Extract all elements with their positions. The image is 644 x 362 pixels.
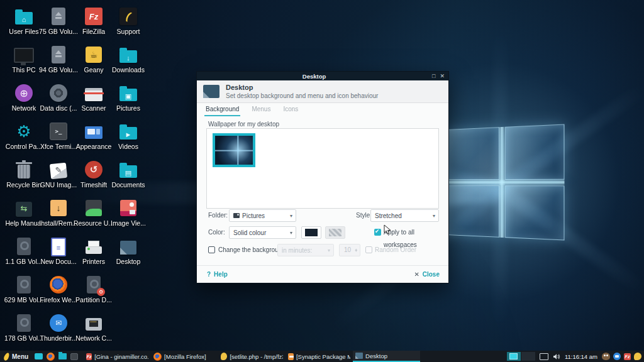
interval-select-value: in minutes: [282, 247, 312, 254]
desktop-icon-scanner[interactable]: Scanner [76, 83, 111, 112]
taskbar-window-mozilla-firefox[interactable]: [Mozilla Firefox] [151, 351, 218, 362]
image-viewer-icon [118, 198, 138, 218]
workspace-switcher[interactable] [507, 352, 535, 361]
desktop-icon-support[interactable]: (Support [111, 6, 146, 35]
taskbar-window-desktop[interactable]: Desktop [353, 351, 420, 362]
desktop-icon-network[interactable]: ⊕Network [6, 83, 42, 112]
window-title: Desktop [201, 73, 428, 80]
trash-icon [14, 160, 34, 180]
desktop-icon-75-gb-volu[interactable]: 75 GB Volu... [41, 6, 76, 35]
desktop-icon-label: Desktop [116, 258, 141, 265]
desktop-icon-1-1-gb-vol[interactable]: 1.1 GB Vol... [6, 236, 42, 265]
geany-icon[interactable] [634, 353, 641, 360]
close-x-icon [414, 271, 422, 278]
drive-icon [48, 6, 69, 26]
window-titlebar[interactable]: Desktop [197, 72, 448, 80]
color-select-value: Solid colour [233, 229, 266, 236]
tab-background[interactable]: Background [204, 104, 240, 116]
menu-button[interactable]: Menu [3, 353, 30, 361]
desktop-icon-data-disc[interactable]: Data disc (... [41, 83, 76, 112]
file-manager-icon[interactable] [58, 353, 67, 359]
filezilla-icon [86, 353, 92, 360]
desktop-icon-timeshift[interactable]: ↺Timeshift [76, 160, 111, 189]
color-swatch-secondary [325, 226, 345, 239]
desktop-icon-94-gb-volu[interactable]: 94 GB Volu... [41, 45, 76, 74]
desktop-icon-label: Support [117, 28, 140, 35]
appearance-icon [84, 121, 104, 141]
desktop-icon-install-rem[interactable]: ↓Install/Rem... [41, 198, 76, 227]
desktop-icon-this-pc[interactable]: This PC [6, 45, 42, 74]
color-swatch-fill [305, 229, 318, 236]
terminal-icon[interactable] [70, 353, 78, 360]
desktop-icon-label: Recycle Bin [6, 181, 41, 189]
apply-all-checkbox[interactable] [374, 229, 381, 236]
desktop-icon-appearance[interactable]: Appearance [76, 121, 111, 150]
desktop-icon-firefox-we[interactable]: Firefox We... [41, 275, 76, 304]
desktop-icon-control-pa[interactable]: ⚙Control Pa... [6, 121, 42, 150]
installer-icon: ↓ [48, 198, 69, 218]
drive-dark-icon [14, 275, 34, 295]
workspace-1[interactable] [507, 352, 521, 361]
desktop-icon-geany[interactable]: ☕Geany [76, 45, 111, 74]
desktop-settings-icon [203, 85, 219, 98]
desktop-icon-pictures[interactable]: ▣Pictures [111, 83, 146, 112]
desktop-icon-xfce-termi[interactable]: >_Xfce Termi... [41, 121, 76, 150]
minutes-spinner: 10 [339, 244, 360, 256]
desktop-icon-resource-u[interactable]: Resource U... [76, 198, 111, 227]
desktop-icon-network-c[interactable]: Network C... [76, 313, 111, 342]
clock[interactable]: 11:16:14 am [565, 353, 597, 360]
dialog-header: Desktop Set desktop background and menu … [197, 80, 448, 103]
resource-icon [84, 198, 104, 218]
pictures-mini-icon [233, 213, 240, 218]
desktop-icon-label: Appearance [76, 143, 112, 150]
drive-icon [48, 45, 69, 65]
workspace-2[interactable] [521, 352, 535, 361]
desktop-icon-629-mb-vol[interactable]: 629 MB Vol... [6, 275, 42, 304]
display-icon[interactable] [540, 353, 548, 360]
desktop-icon-label: User Files [9, 28, 38, 35]
desktop-icon-partition-d[interactable]: ⚙Partition D... [76, 275, 111, 304]
folder-select[interactable]: Pictures [229, 209, 296, 222]
desktop-icon-new-docu[interactable]: ≡New Docu... [41, 236, 76, 265]
messenger-icon[interactable] [35, 353, 43, 359]
thunderbird-icon[interactable] [613, 353, 621, 360]
desktop-icon-image-vie[interactable]: Image Vie... [111, 198, 146, 227]
taskbar-window-label: [Gina - ginamiller.co.uk... [94, 353, 148, 360]
close-button[interactable]: Close [414, 266, 440, 283]
desktop-icon-gnu-imag[interactable]: ✎GNU Imag... [41, 160, 76, 189]
desktop-icon-recycle-bin[interactable]: Recycle Bin [6, 160, 42, 189]
tab-icons[interactable]: Icons [282, 104, 299, 116]
maximize-icon[interactable] [432, 72, 435, 80]
wallpaper-list[interactable] [206, 128, 439, 209]
gimp-icon[interactable] [602, 353, 610, 360]
control-panel-icon: ⚙ [14, 121, 34, 141]
desktop-icon-178-gb-vol[interactable]: 178 GB Vol... [6, 313, 42, 342]
taskbar-window-setlite-php-tmp-fz3t[interactable]: [setlite.php - /tmp/fz3t... [218, 351, 286, 362]
desktop-icon-thunderbir[interactable]: ✉Thunderbir... [41, 313, 76, 342]
desktop-icon-user-files[interactable]: ⌂User Files [6, 6, 42, 35]
desktop-icon-label: Printers [82, 258, 105, 265]
desktop-icon-help-manual[interactable]: ⇆Help Manual [6, 198, 42, 227]
desktop-icon-label: New Docu... [40, 258, 76, 265]
desktop-icon-downloads[interactable]: ↓Downloads [111, 45, 146, 74]
desktop-icon-filezilla[interactable]: FzFileZilla [76, 6, 111, 35]
close-icon[interactable] [440, 72, 445, 80]
desktop-icon-documents[interactable]: ▤Documents [111, 160, 146, 189]
color-swatch-primary[interactable] [301, 226, 321, 239]
taskbar-window-gina-ginamiller-co-uk[interactable]: [Gina - ginamiller.co.uk... [84, 351, 151, 362]
desktop-icon-desktop[interactable]: Desktop [111, 236, 146, 265]
firefox-icon[interactable] [47, 353, 55, 361]
wallpaper-thumbnail-selected[interactable] [213, 133, 255, 167]
style-select[interactable]: Stretched [370, 209, 439, 222]
firefox-icon [153, 353, 162, 361]
tab-menus[interactable]: Menus [250, 104, 272, 116]
change-background-checkbox[interactable] [208, 246, 215, 253]
color-select[interactable]: Solid colour [229, 226, 296, 239]
quick-launchers [35, 353, 78, 361]
taskbar-window-synaptic-package-man[interactable]: [Synaptic Package Man... [286, 351, 353, 362]
desktop-icon-printers[interactable]: Printers [76, 236, 111, 265]
volume-icon[interactable] [553, 353, 560, 360]
help-button[interactable]: Help [207, 266, 228, 283]
filezilla-icon[interactable] [624, 353, 631, 360]
desktop-icon-videos[interactable]: ►Videos [111, 121, 146, 150]
